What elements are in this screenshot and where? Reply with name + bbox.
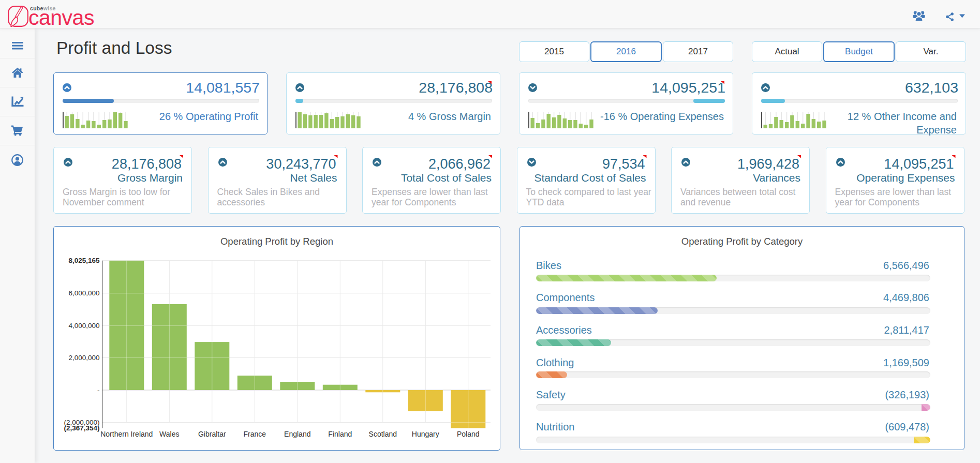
svg-text:Poland: Poland (457, 430, 480, 438)
svg-text:France: France (244, 430, 266, 438)
svg-text:Wales: Wales (159, 430, 179, 438)
svg-text:2,000,000: 2,000,000 (68, 354, 99, 362)
svg-text:-: - (97, 386, 100, 394)
svg-text:6,000,000: 6,000,000 (68, 289, 99, 297)
svg-text:Hungary: Hungary (412, 430, 439, 438)
svg-text:Gibraltar: Gibraltar (198, 430, 226, 438)
svg-text:England: England (284, 430, 310, 438)
svg-text:4,000,000: 4,000,000 (68, 322, 99, 330)
svg-text:(2,367,354): (2,367,354) (64, 424, 99, 432)
svg-text:Northern Ireland: Northern Ireland (100, 430, 153, 438)
svg-text:8,025,165: 8,025,165 (68, 257, 100, 264)
svg-text:Scotland: Scotland (369, 430, 397, 438)
svg-text:Finland: Finland (328, 430, 352, 438)
